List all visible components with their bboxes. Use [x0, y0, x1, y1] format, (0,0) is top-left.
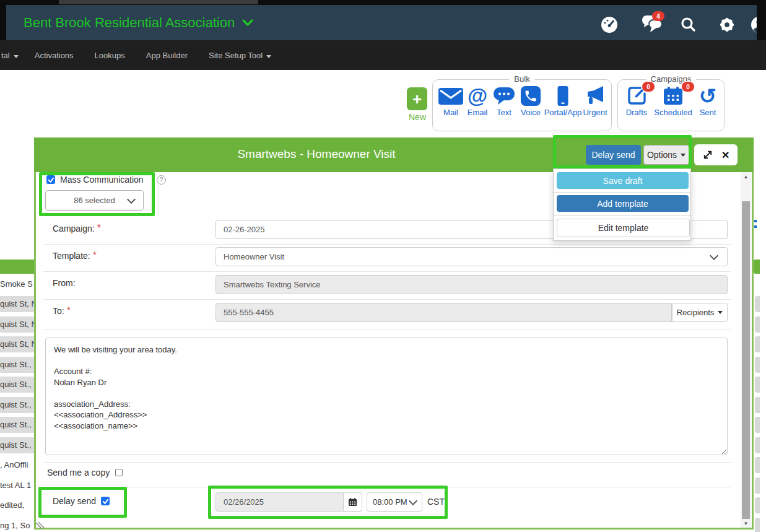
calendar-picker-button[interactable]: [344, 492, 362, 512]
delay-date-input[interactable]: 02/26/2025: [215, 492, 344, 512]
app-header: Bent Brook Residential Association 4: [6, 5, 757, 40]
dashboard-icon[interactable]: [599, 15, 619, 35]
template-label: Template:*: [53, 250, 97, 261]
caret-down-icon: [681, 154, 685, 157]
background-row-stub: [755, 357, 760, 373]
background-row-stub: [755, 437, 760, 453]
background-row: Smoke S: [0, 276, 34, 292]
delay-send-label: Delay send: [53, 496, 96, 506]
nav-item-site-setup-tool[interactable]: Site Setup Tool: [209, 51, 271, 60]
mass-communication-label: Mass Communication: [60, 175, 144, 185]
chevron-down-icon: [241, 17, 255, 28]
required-mark: *: [67, 305, 71, 316]
bulk-email-button[interactable]: @ Email: [464, 85, 490, 117]
campaigns-scheduled-button[interactable]: Scheduled 0: [652, 85, 694, 117]
template-select[interactable]: Homeowner Visit: [215, 247, 728, 266]
background-row: quist St, N: [0, 316, 34, 333]
scroll-down-arrow[interactable]: ▼: [741, 521, 751, 526]
background-row: test AL 1: [0, 477, 34, 494]
send-copy-checkbox[interactable]: [115, 469, 123, 476]
at-icon: @: [468, 85, 487, 107]
chevron-down-icon: [127, 194, 136, 203]
to-label: To:*: [53, 305, 71, 316]
settings-gear-icon[interactable]: [717, 15, 737, 35]
options-menu: Save draft Add template Edit template: [553, 168, 691, 241]
background-row-stub: [755, 336, 760, 352]
modal-scrollbar-thumb[interactable]: [742, 201, 750, 519]
messages-icon[interactable]: 4: [641, 14, 668, 37]
scheduled-badge: 0: [681, 81, 695, 92]
search-icon[interactable]: [679, 15, 699, 35]
delay-send-checkbox[interactable]: [101, 497, 110, 505]
nav-item-lookups[interactable]: Lookups: [95, 51, 125, 60]
background-row-stub: [755, 397, 760, 413]
background-table-header-stub: [754, 259, 760, 274]
background-row: quist St, N: [0, 336, 34, 352]
calendar-icon: [663, 85, 684, 107]
background-row: quist St, N: [0, 296, 34, 312]
row-divider: [43, 244, 731, 245]
background-row: quist St.,: [0, 377, 34, 393]
nav-item-activations[interactable]: Activations: [35, 51, 74, 60]
background-row-stub: [755, 477, 760, 494]
modal-window-controls: ×: [694, 144, 738, 165]
window-tab-edge: [59, 0, 258, 4]
from-label: From:: [53, 278, 76, 288]
bulk-portal-app-button[interactable]: Portal/App: [544, 85, 582, 117]
row-divider: [43, 487, 731, 487]
campaigns-drafts-button[interactable]: Drafts 0: [621, 85, 652, 117]
save-draft-button[interactable]: Save draft: [557, 172, 689, 189]
expand-icon[interactable]: [702, 149, 713, 160]
row-divider: [43, 329, 731, 329]
delay-time-select[interactable]: 08:00 PM: [367, 492, 422, 512]
background-row-stub: [755, 316, 760, 333]
recipients-count-select[interactable]: 86 selected: [45, 190, 144, 211]
background-row: edited,: [0, 497, 34, 513]
background-row: , AnOffli: [0, 457, 34, 473]
user-profile-icon[interactable]: [749, 15, 757, 35]
help-icon[interactable]: ?: [157, 175, 166, 185]
history-icon: ↺: [699, 85, 717, 107]
campaigns-sent-button[interactable]: ↺ Sent: [694, 85, 721, 117]
resize-grip-icon[interactable]: [35, 521, 45, 530]
background-row: quist St.,: [0, 357, 34, 373]
association-switcher[interactable]: Bent Brook Residential Association: [24, 5, 255, 40]
background-row-stub: [755, 518, 760, 532]
mail-icon: [437, 85, 464, 107]
menu-divider: [554, 192, 690, 193]
close-icon[interactable]: ×: [721, 149, 729, 160]
message-textarea[interactable]: We will be visiting your area today. Acc…: [45, 338, 728, 455]
background-row-stub: [755, 417, 760, 433]
nav-bar: tal Activations Lookups App Builder Site…: [0, 40, 766, 70]
megaphone-icon: [583, 85, 607, 107]
association-title: Bent Brook Residential Association: [24, 15, 235, 31]
calendar-icon: [348, 497, 357, 507]
bulk-urgent-button[interactable]: Urgent: [581, 85, 609, 117]
options-button[interactable]: Options: [643, 145, 689, 165]
chat-bubble-icon: [492, 85, 516, 107]
new-button[interactable]: +: [407, 87, 427, 110]
background-row-stub: [755, 457, 760, 473]
bulk-mail-button[interactable]: Mail: [437, 85, 464, 117]
bulk-text-button[interactable]: Text: [490, 85, 518, 117]
bulk-voice-button[interactable]: Voice: [518, 85, 544, 117]
recipients-button[interactable]: Recipients: [672, 303, 728, 322]
bulk-group-label: Bulk: [509, 74, 534, 84]
edit-template-button[interactable]: Edit template: [557, 219, 690, 237]
required-mark: *: [97, 223, 101, 234]
scroll-up-arrow[interactable]: ▲: [741, 174, 751, 180]
row-divider: [43, 271, 731, 272]
row-divider: [43, 462, 731, 463]
mass-communication-checkbox[interactable]: [46, 175, 55, 184]
chevron-down-icon: [710, 251, 718, 259]
background-dot: [754, 220, 757, 222]
nav-item-portal[interactable]: tal: [1, 51, 19, 60]
nav-item-app-builder[interactable]: App Builder: [146, 51, 188, 60]
add-template-button[interactable]: Add template: [557, 195, 689, 212]
row-divider: [43, 299, 731, 300]
delay-send-button[interactable]: Delay send: [586, 145, 641, 165]
background-row: quist St.,: [0, 397, 34, 413]
messages-badge: 4: [652, 11, 664, 21]
check-icon: [48, 177, 54, 183]
to-input[interactable]: 555-555-4455: [215, 303, 672, 322]
